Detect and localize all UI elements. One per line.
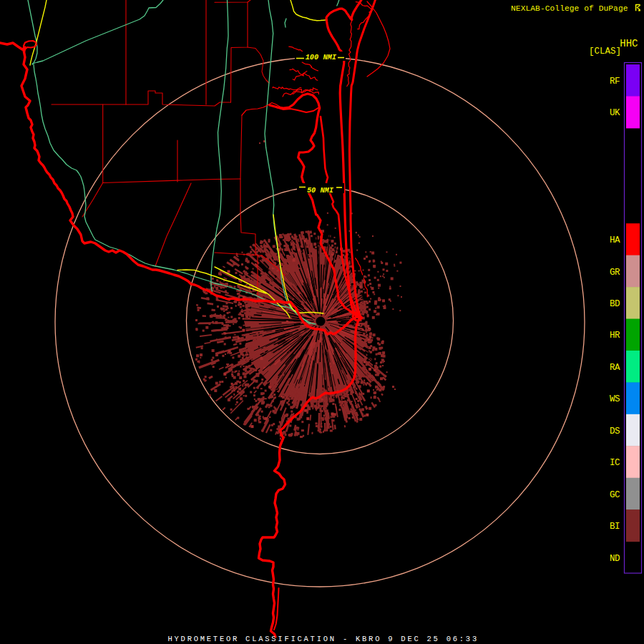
svg-text:NEXLAB-College of DuPage: NEXLAB-College of DuPage	[511, 4, 628, 13]
svg-text:DS: DS	[610, 426, 620, 436]
svg-text:RF: RF	[610, 77, 620, 87]
svg-text:ND: ND	[610, 554, 620, 564]
svg-text:BI: BI	[610, 522, 620, 532]
svg-text:RA: RA	[610, 363, 620, 373]
svg-text:GR: GR	[610, 268, 620, 278]
svg-text:GC: GC	[610, 490, 620, 500]
svg-text:IC: IC	[610, 458, 620, 468]
svg-text:100 NMI: 100 NMI	[306, 53, 337, 62]
svg-text:HR: HR	[610, 331, 620, 341]
svg-text:50 NMI: 50 NMI	[307, 186, 334, 195]
svg-text:HHC: HHC	[620, 38, 638, 49]
svg-text:[CLAS]: [CLAS]	[589, 47, 621, 57]
svg-text:HA: HA	[610, 235, 620, 245]
svg-text:UK: UK	[610, 108, 620, 118]
svg-text:WS: WS	[610, 394, 620, 404]
svg-text:HYDROMETEOR CLASSIFICATION - K: HYDROMETEOR CLASSIFICATION - KBRO 9 DEC …	[168, 635, 479, 643]
svg-text:BD: BD	[610, 299, 620, 309]
